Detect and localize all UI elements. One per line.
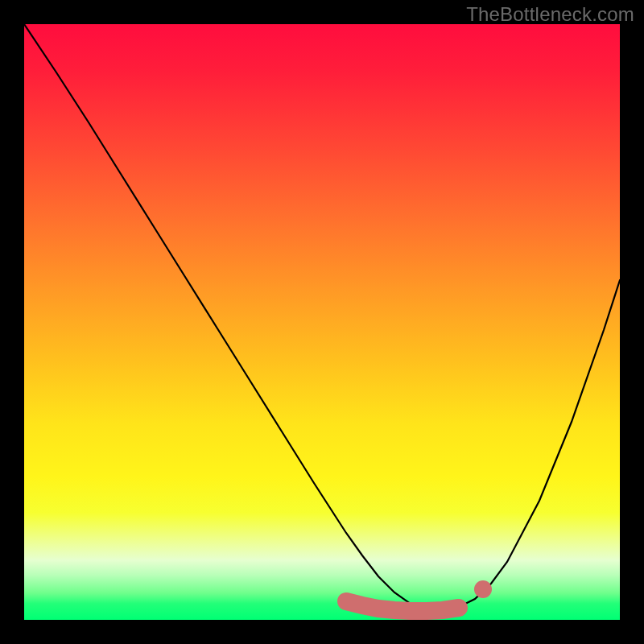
bottleneck-curve (24, 24, 620, 610)
plot-area (24, 24, 620, 620)
optimal-range-marker (346, 601, 459, 611)
optimal-point-marker (474, 580, 492, 598)
source-attribution: TheBottleneck.com (466, 3, 634, 26)
curve-layer (24, 24, 620, 620)
chart-frame: TheBottleneck.com (0, 0, 644, 644)
